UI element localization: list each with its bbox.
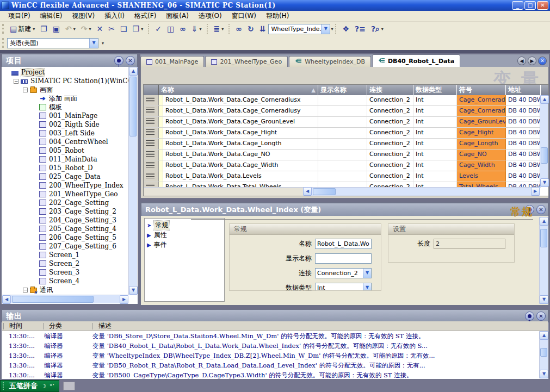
table-vscrollbar[interactable]: ▲ ▼ xyxy=(540,95,548,187)
tree-item[interactable]: − 205_Cage_Setting_4 xyxy=(2,225,128,233)
cell-connection[interactable]: Connection_2 xyxy=(367,171,413,182)
output-row[interactable]: 13:30:... 编译器 变量 'DB40_Robot_L_Data\Robo… xyxy=(2,341,539,351)
connection-select[interactable]: Connection_2 ▼ xyxy=(315,268,372,278)
tree-expander-icon[interactable]: − xyxy=(23,288,28,293)
title-bar[interactable]: WinCC flexible Advanced - SHANHENG_06 - … xyxy=(0,0,550,11)
menu-item[interactable]: 帮助(H) xyxy=(261,10,294,22)
row-header[interactable] xyxy=(144,150,159,160)
cell-address[interactable]: DB 40 DBW 59 xyxy=(506,128,541,138)
output-vscrollbar[interactable]: ▲ ▼ xyxy=(539,331,548,378)
chevron-down-icon[interactable]: ▼ xyxy=(89,39,98,48)
paste-button[interactable]: ❒▾ xyxy=(130,23,146,34)
cell-datatype[interactable]: Int xyxy=(413,95,457,105)
output-row[interactable]: 13:30:... 编译器 变量 'DB50_Robot_R_Data\Robo… xyxy=(2,360,539,370)
scroll-up-icon[interactable]: ▲ xyxy=(540,331,548,340)
tree-expander-icon[interactable]: − xyxy=(23,88,28,92)
tree-item[interactable]: − 001_MainPage xyxy=(2,111,128,120)
cell-symbol[interactable]: Cage_Width xyxy=(457,160,506,171)
scroll-down-icon[interactable]: ▼ xyxy=(540,295,548,304)
table-row[interactable]: Robot_L_Data.Work_Data.Cage_Corneradiusx… xyxy=(144,95,548,106)
tree-item[interactable]: − Screen_4 xyxy=(2,277,128,285)
menu-item[interactable]: 项目(P) xyxy=(3,10,35,22)
table-row[interactable]: Robot_L_Data.Work_Data.Cage_GrounLevel C… xyxy=(144,117,548,128)
cell-address[interactable]: DB 40 DBW 60 xyxy=(506,117,541,127)
output-row[interactable]: 13:30:... 编译器 变量 'WheeltypeIndex_DB\Whee… xyxy=(2,351,539,360)
menu-item[interactable]: 选项(O) xyxy=(194,10,227,22)
cell-name[interactable]: Robot_L_Data.Work_Data.Cage_Longth xyxy=(163,139,318,149)
cell-name[interactable]: Robot_L_Data.Work_Data.Cage_NO xyxy=(163,150,318,160)
cell-address[interactable]: DB 40 DBW 60 xyxy=(506,95,541,105)
table-hscrollbar[interactable]: ◀ ▶ xyxy=(144,187,540,196)
cell-display-name[interactable] xyxy=(318,160,367,171)
length-field[interactable] xyxy=(434,239,505,249)
cell-datatype[interactable]: Int xyxy=(413,150,457,160)
tree-item[interactable]: − Screen_3 xyxy=(2,268,128,277)
tree-item[interactable]: − SIMATIC PC Station(1)(WinCC flex xyxy=(2,77,128,85)
tree-item[interactable]: − 004_CentreWheel xyxy=(2,138,128,146)
tree-item[interactable]: − 025_Cage_Data xyxy=(2,172,128,181)
ime-grip[interactable] xyxy=(3,382,6,390)
properties-nav-item[interactable]: ▶ 属性 xyxy=(146,230,223,240)
cell-address[interactable]: DB 40 DBW 58 xyxy=(506,171,541,182)
sort-button[interactable]: ≣▾ xyxy=(211,23,227,34)
dropdown-caret-icon[interactable]: ▾ xyxy=(331,27,333,32)
chevron-down-icon[interactable]: ▼ xyxy=(321,24,330,34)
tree-expander-icon[interactable]: − xyxy=(14,79,18,84)
cell-connection[interactable]: Connection_2 xyxy=(367,117,413,127)
tree-item[interactable]: − 207_Cage_Setting_6 xyxy=(2,242,128,251)
cell-display-name[interactable] xyxy=(318,128,367,138)
cell-symbol[interactable]: Cage_GrounLevel xyxy=(457,117,506,127)
tree-item[interactable]: − 203_Cage_Setting_2 xyxy=(2,207,128,216)
undo-button[interactable]: ↶▾ xyxy=(63,23,78,34)
cut-button[interactable]: ✂ xyxy=(106,23,118,34)
scroll-tabs-left-icon[interactable]: ◀ xyxy=(517,57,526,65)
tree-item[interactable]: − Screen_2 xyxy=(2,259,128,268)
close-button[interactable]: ✕ xyxy=(537,1,548,10)
toolbar-grip[interactable] xyxy=(2,38,5,48)
ime-toolbar[interactable]: 五笔拼音 ☽ °’ xyxy=(0,380,59,392)
transfer-button[interactable]: ∞ xyxy=(177,23,189,34)
scroll-down-icon[interactable]: ▼ xyxy=(129,286,138,295)
check-consistency-button[interactable]: ✓ xyxy=(152,23,164,34)
dropdown-caret-icon[interactable]: ▾ xyxy=(73,27,76,32)
scroll-thumb[interactable] xyxy=(540,348,547,357)
editor-tab[interactable]: DB40_Robot_L_Data xyxy=(372,54,460,67)
cell-datatype[interactable]: Int xyxy=(413,106,457,116)
properties-nav-item[interactable]: ▶ 事件 xyxy=(146,240,223,250)
table-row[interactable]: Robot_L_Data.Work_Data.Cage_Width Connec… xyxy=(144,160,548,171)
scroll-down-icon[interactable]: ▼ xyxy=(540,370,548,378)
open-button[interactable]: ❐ xyxy=(38,23,50,34)
scroll-right-icon[interactable]: ▶ xyxy=(531,187,540,196)
tree-item[interactable]: − 画面 xyxy=(2,85,128,94)
cell-symbol[interactable]: Cage_Corneradiusy xyxy=(457,106,506,116)
chevron-down-icon[interactable]: ▼ xyxy=(363,269,371,278)
sort-asc-icon[interactable]: ▲ xyxy=(311,87,316,93)
minimize-button[interactable]: _ xyxy=(512,1,523,10)
tree-item[interactable]: − 011_MainData xyxy=(2,155,128,164)
cell-connection[interactable]: Connection_2 xyxy=(367,150,413,160)
editor-tab[interactable]: 001_MainPage xyxy=(140,56,204,67)
cell-display-name[interactable] xyxy=(318,106,367,116)
cell-name[interactable]: Robot_L_Data.Work_Data.Cage_Hight xyxy=(163,128,318,138)
cell-name[interactable]: Robot_L_Data.Work_Data.Levels xyxy=(163,171,318,182)
scroll-up-icon[interactable]: ▲ xyxy=(129,67,138,76)
column-header-connection[interactable]: 连接 xyxy=(367,85,413,95)
tree-item[interactable]: − 202_Cage_Setting xyxy=(2,198,128,207)
cell-name[interactable]: Robot_L_Data.Work_Data.Cage_Corneradiusy xyxy=(163,106,318,116)
column-header-description[interactable]: 描述 xyxy=(94,321,112,331)
cell-connection[interactable]: Connection_2 xyxy=(367,106,413,116)
menu-item[interactable]: 面板(A) xyxy=(161,10,194,22)
ime-fullmoon-icon[interactable]: ☽ xyxy=(41,383,46,390)
tree-item[interactable]: − 通讯 xyxy=(2,285,128,294)
menu-item[interactable]: 插入(I) xyxy=(100,10,129,22)
save-button[interactable]: ▣ xyxy=(50,23,63,34)
cell-connection[interactable]: Connection_2 xyxy=(367,139,413,149)
scroll-thumb[interactable] xyxy=(12,296,94,303)
column-header-datatype[interactable]: 数据类型 xyxy=(413,85,457,95)
output-row[interactable]: 13:30:... 编译器 变量 'DB6_Store_D\Store_Data… xyxy=(2,331,539,341)
cell-display-name[interactable] xyxy=(318,139,367,149)
close-tab-icon[interactable]: ✕ xyxy=(538,57,547,65)
cell-display-name[interactable] xyxy=(318,117,367,127)
cell-address[interactable]: DB 40 DBW 59 xyxy=(506,160,541,171)
tree-item[interactable]: − 005_Robot xyxy=(2,146,128,155)
